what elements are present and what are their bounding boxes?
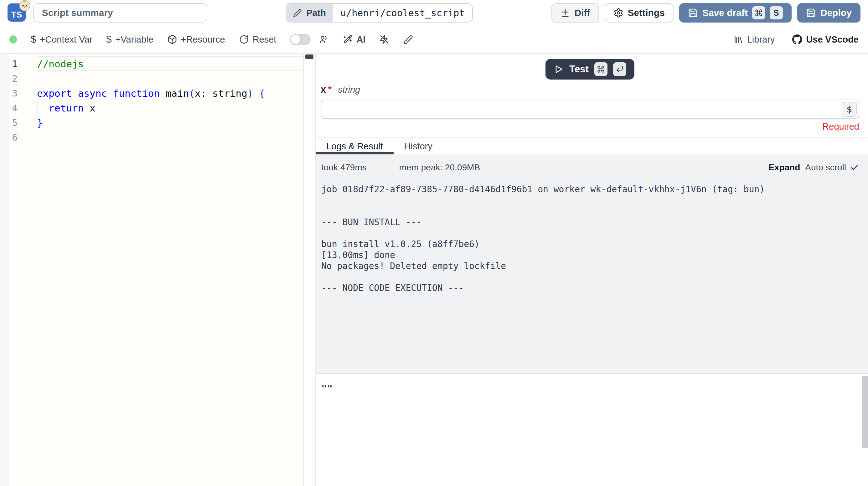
code-token — [160, 88, 166, 99]
argument-type: string — [338, 85, 360, 95]
reset-label: Reset — [253, 34, 277, 45]
diff-button[interactable]: Diff — [551, 3, 599, 23]
line-number: 5 — [0, 117, 37, 128]
command-icon — [755, 9, 763, 17]
command-icon — [597, 65, 605, 73]
multiplayer-users-button[interactable] — [319, 34, 329, 44]
main-split: 1//nodejs23export async function main(x:… — [0, 54, 868, 486]
required-marker: * — [328, 84, 332, 95]
splitter-grip[interactable] — [305, 55, 313, 59]
code-text: export async function main(x: string) { — [37, 86, 303, 100]
connection-status-dot — [9, 35, 17, 43]
reset-button[interactable]: Reset — [239, 34, 277, 45]
library-icon — [733, 34, 743, 44]
add-context-var-button[interactable]: $ +Context Var — [31, 34, 92, 45]
refresh-icon — [239, 34, 249, 44]
library-button[interactable]: Library — [733, 34, 775, 45]
settings-label: Settings — [628, 7, 665, 18]
log-output: job 018d7f22-af89-7385-7780-d4146d1f96b1… — [316, 184, 868, 294]
multiplayer-toggle[interactable] — [290, 34, 311, 45]
code-token: ( — [189, 88, 195, 99]
result-value: "" — [321, 383, 861, 394]
expand-button[interactable]: Expand — [768, 162, 800, 173]
add-variable-button[interactable]: $ +Variable — [106, 34, 153, 45]
code-token: export — [37, 88, 72, 99]
code-token: async — [78, 88, 107, 99]
code-editor[interactable]: 1//nodejs23export async function main(x:… — [0, 54, 304, 486]
code-token: main — [166, 88, 189, 99]
code-line[interactable]: 2 — [0, 71, 303, 86]
test-button[interactable]: Test — [546, 59, 634, 80]
format-code-button[interactable] — [403, 34, 413, 44]
pencil-icon — [293, 8, 302, 17]
use-vscode-button[interactable]: Use VScode — [792, 34, 859, 45]
return-icon — [616, 65, 624, 73]
result-panel: "" — [316, 373, 868, 486]
argument-input-wrap: $ — [321, 99, 859, 119]
code-line[interactable]: 3export async function main(x: string) { — [0, 86, 303, 100]
code-line[interactable]: 1//nodejs — [0, 56, 303, 71]
code-token — [253, 88, 259, 99]
script-summary-input[interactable] — [33, 3, 207, 23]
code-text: //nodejs — [37, 56, 303, 71]
code-token: x — [90, 102, 95, 114]
toggle-knob — [291, 35, 300, 44]
library-label: Library — [747, 34, 775, 45]
code-token: } — [37, 117, 43, 128]
context-var-label: +Context Var — [40, 34, 92, 45]
insert-variable-button[interactable]: $ — [842, 102, 857, 117]
log-line: No packages! Deleted empty lockfile — [321, 261, 859, 272]
use-vscode-label: Use VScode — [806, 34, 859, 45]
autoscroll-toggle[interactable]: Auto scroll — [805, 162, 859, 173]
ai-assistant-button[interactable]: AI — [343, 34, 365, 45]
log-line — [321, 195, 859, 206]
run-panel: Test x * string $ — [315, 54, 868, 486]
log-line: --- BUN INSTALL --- — [321, 217, 859, 227]
result-scrollbar[interactable] — [862, 375, 868, 486]
code-token — [107, 88, 113, 99]
log-line: bun install v1.0.25 (a8ff7be6) — [321, 239, 859, 250]
tab-logs-result[interactable]: Logs & Result — [316, 138, 394, 154]
save-draft-button[interactable]: Save draft S — [679, 3, 792, 23]
argument-name: x — [321, 84, 326, 95]
scrollbar-thumb[interactable] — [862, 376, 868, 448]
dollar-icon: $ — [106, 34, 112, 45]
users-icon — [319, 34, 329, 44]
code-token: x: string — [195, 88, 247, 99]
code-line[interactable]: 6 — [0, 130, 303, 145]
language-logo: TS — [7, 3, 26, 22]
diff-icon — [560, 8, 570, 18]
deploy-button[interactable]: Deploy — [797, 3, 861, 23]
variable-label: +Variable — [115, 34, 153, 45]
path-chip[interactable]: Path u/henri/coolest_script — [286, 3, 473, 23]
settings-button[interactable]: Settings — [604, 3, 674, 23]
log-line — [321, 227, 859, 239]
play-icon — [554, 64, 564, 74]
result-tabs: Logs & Result History — [316, 138, 868, 154]
line-number: 3 — [0, 88, 37, 99]
code-line[interactable]: 4 return x — [0, 100, 303, 115]
enter-key — [613, 62, 626, 76]
code-line[interactable]: 5} — [0, 115, 303, 130]
save-icon — [806, 8, 816, 18]
gear-icon — [613, 8, 623, 18]
path-label: Path — [306, 8, 326, 18]
panel-splitter[interactable] — [304, 54, 315, 486]
log-line: --- NODE CODE EXECUTION --- — [321, 282, 859, 294]
tab-history[interactable]: History — [394, 138, 443, 154]
code-token: ) — [247, 88, 253, 99]
toolbar-right-group: Library Use VScode — [733, 34, 859, 45]
code-text: } — [37, 115, 303, 130]
check-icon — [850, 163, 859, 172]
argument-x-input[interactable] — [321, 99, 859, 119]
ai-label: AI — [356, 34, 365, 45]
line-number: 1 — [0, 59, 37, 69]
github-icon — [792, 34, 802, 44]
dollar-icon: $ — [31, 34, 36, 45]
log-line: [13.00ms] done — [321, 250, 859, 261]
duration-stat: took 479ms — [321, 162, 367, 173]
line-number: 4 — [0, 103, 37, 113]
diff-label: Diff — [575, 7, 590, 18]
assistant-disabled-button[interactable] — [379, 34, 389, 44]
add-resource-button[interactable]: +Resource — [167, 34, 225, 45]
